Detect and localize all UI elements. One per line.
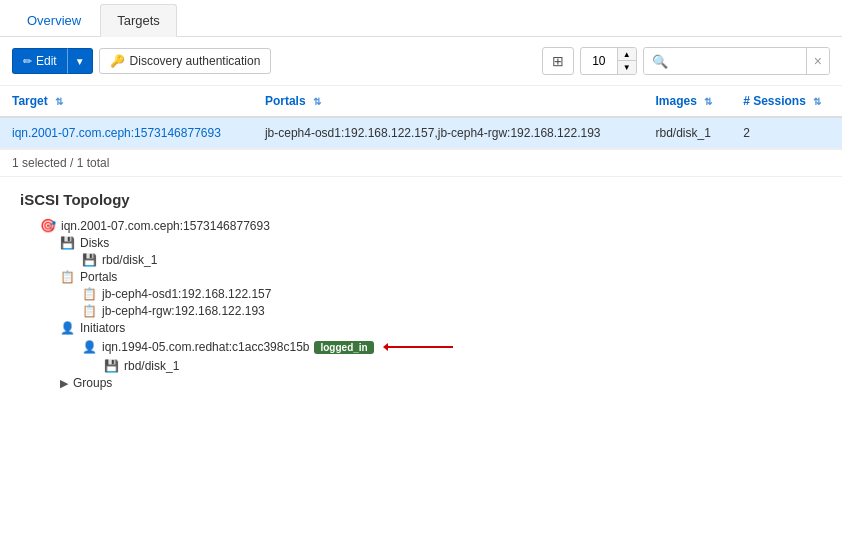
sort-icon-portals: ⇅ [313,96,321,107]
search-button[interactable]: 🔍 [644,49,676,74]
edit-dropdown-button[interactable]: ▼ [67,48,93,74]
disks-icon: 💾 [60,236,75,250]
topology-disks-group: 💾 Disks 💾 rbd/disk_1 [24,236,822,267]
tabs-container: Overview Targets [0,0,842,37]
portal2-icon: 📋 [82,304,97,318]
topology-initiators-group: 👤 Initiators 👤 iqn.1994-05.com.redhat:c1… [24,321,822,373]
portal1-icon: 📋 [82,287,97,301]
topology-disks-item[interactable]: 💾 Disks [60,236,822,250]
clear-search-button[interactable]: × [806,48,829,74]
grid-icon: ⊞ [552,53,564,69]
col-portals[interactable]: Portals ⇅ [253,86,644,117]
topology-portals-group: 📋 Portals 📋 jb-ceph4-osd1:192.168.122.15… [24,270,822,318]
topology-groups-item[interactable]: ▶ Groups [24,376,822,390]
cell-portals: jb-ceph4-osd1:192.168.122.157,jb-ceph4-r… [253,117,644,149]
topology-portals-item[interactable]: 📋 Portals [60,270,822,284]
arrow-svg [383,338,463,356]
initiator1-icon: 👤 [82,340,97,354]
sort-icon-target: ⇅ [55,96,63,107]
search-input[interactable] [676,50,806,72]
portals-label: Portals [80,270,117,284]
target-icon: 🎯 [40,218,56,233]
table-row[interactable]: iqn.2001-07.com.ceph:1573146877693 jb-ce… [0,117,842,149]
count-input[interactable] [581,50,617,72]
topology-portal1-item[interactable]: 📋 jb-ceph4-osd1:192.168.122.157 [82,287,822,301]
sort-icon-sessions: ⇅ [813,96,821,107]
count-down-button[interactable]: ▼ [618,61,636,74]
cell-target: iqn.2001-07.com.ceph:1573146877693 [0,117,253,149]
cell-images: rbd/disk_1 [643,117,731,149]
logged-in-badge: logged_in [314,341,373,354]
initiator-disk-label: rbd/disk_1 [124,359,179,373]
portal2-label: jb-ceph4-rgw:192.168.122.193 [102,304,265,318]
grid-view-button[interactable]: ⊞ [542,47,574,75]
edit-button-group: ✏ Edit ▼ [12,48,93,74]
topology-target-item[interactable]: 🎯 iqn.2001-07.com.ceph:1573146877693 [24,218,822,233]
topology-disk1-item[interactable]: 💾 rbd/disk_1 [82,253,822,267]
disk1-label: rbd/disk_1 [102,253,157,267]
disk1-icon: 💾 [82,253,97,267]
initiator-disk-icon: 💾 [104,359,119,373]
discovery-auth-label: Discovery authentication [130,54,261,68]
count-input-group: ▲ ▼ [580,47,637,75]
topology-initiator1-item[interactable]: 👤 iqn.1994-05.com.redhat:c1acc398c15b lo… [82,338,822,356]
groups-label: Groups [73,376,112,390]
edit-button[interactable]: ✏ Edit [12,48,67,74]
edit-label: Edit [36,54,57,68]
initiators-label: Initiators [80,321,125,335]
svg-marker-1 [383,343,388,351]
topology-initiators-item[interactable]: 👤 Initiators [60,321,822,335]
sort-icon-images: ⇅ [704,96,712,107]
topology-title: iSCSI Topology [20,191,822,208]
count-arrows: ▲ ▼ [617,48,636,74]
col-target[interactable]: Target ⇅ [0,86,253,117]
cell-sessions: 2 [731,117,842,149]
topology-initiator-disk-item[interactable]: 💾 rbd/disk_1 [104,359,822,373]
tab-targets[interactable]: Targets [100,4,177,37]
portals-icon: 📋 [60,270,75,284]
search-group: 🔍 × [643,47,830,75]
discovery-auth-button[interactable]: 🔑 Discovery authentication [99,48,272,74]
table-status: 1 selected / 1 total [0,149,842,177]
initiators-icon: 👤 [60,321,75,335]
target-label: iqn.2001-07.com.ceph:1573146877693 [61,219,270,233]
table-header-row: Target ⇅ Portals ⇅ Images ⇅ # Sessions ⇅ [0,86,842,117]
tab-overview[interactable]: Overview [10,4,98,36]
arrow-indicator [383,338,463,356]
col-sessions[interactable]: # Sessions ⇅ [731,86,842,117]
count-up-button[interactable]: ▲ [618,48,636,61]
portal1-label: jb-ceph4-osd1:192.168.122.157 [102,287,271,301]
disks-label: Disks [80,236,109,250]
col-images[interactable]: Images ⇅ [643,86,731,117]
table-container: Target ⇅ Portals ⇅ Images ⇅ # Sessions ⇅ [0,86,842,177]
initiator1-label: iqn.1994-05.com.redhat:c1acc398c15b [102,340,309,354]
topology-section: iSCSI Topology 🎯 iqn.2001-07.com.ceph:15… [0,177,842,407]
groups-collapsed-icon: ▶ [60,377,68,390]
toolbar: ✏ Edit ▼ 🔑 Discovery authentication ⊞ ▲ … [0,37,842,86]
topology-portal2-item[interactable]: 📋 jb-ceph4-rgw:192.168.122.193 [82,304,822,318]
topology-root: 🎯 iqn.2001-07.com.ceph:1573146877693 💾 D… [20,218,822,390]
